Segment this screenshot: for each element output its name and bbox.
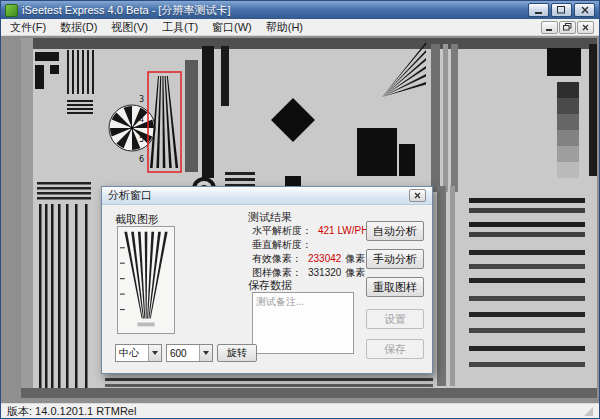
- pattern-pixels-unit: 像素: [345, 267, 365, 278]
- mdi-close-button[interactable]: [577, 21, 594, 34]
- horizontal-resolution-label: 水平解析度：: [252, 225, 312, 236]
- auto-analyze-button[interactable]: 自动分析: [366, 221, 424, 241]
- maximize-button[interactable]: [551, 3, 572, 17]
- close-button[interactable]: [574, 3, 595, 17]
- chart-gray-bar: [185, 60, 198, 172]
- mdi-close-icon: [582, 24, 589, 31]
- mdi-restore-button[interactable]: [559, 21, 576, 34]
- mdi-window-controls: [541, 21, 597, 34]
- minimize-icon: [535, 6, 543, 14]
- result-row-effective: 有效像素：233042像素: [252, 252, 365, 266]
- chart-black-bar: [202, 46, 214, 178]
- menu-help[interactable]: 帮助(H): [259, 19, 310, 36]
- pattern-pixels-label: 图样像素：: [252, 267, 302, 278]
- captured-graphic-label: 截取图形: [115, 212, 159, 227]
- app-window: iSeetest Express 4.0 Beta - [分辨率测试卡] 文件(…: [0, 0, 600, 419]
- results-header: 测试结果: [248, 210, 292, 225]
- dialog-close-icon: [414, 192, 421, 199]
- menu-window[interactable]: 窗口(W): [205, 19, 259, 36]
- menu-view[interactable]: 视图(V): [104, 19, 155, 36]
- size-select-value: 600: [167, 345, 199, 361]
- menu-bar: 文件(F) 数据(D) 视图(V) 工具(T) 窗口(W) 帮助(H): [1, 19, 599, 36]
- minimize-button[interactable]: [528, 3, 549, 17]
- chevron-down-icon: [203, 351, 209, 355]
- position-select-value: 中心: [116, 345, 148, 361]
- save-data-header: 保存数据: [248, 278, 292, 293]
- mdi-minimize-icon: [546, 24, 553, 31]
- position-select-arrow[interactable]: [148, 345, 161, 361]
- settings-button[interactable]: 设置: [366, 309, 424, 329]
- menu-tools[interactable]: 工具(T): [155, 19, 205, 36]
- effective-pixels-unit: 像素: [345, 253, 365, 264]
- dialog-title-bar[interactable]: 分析窗口: [102, 187, 432, 205]
- captured-wedge-preview: [117, 226, 175, 334]
- effective-pixels-label: 有效像素：: [252, 253, 302, 264]
- effective-pixels-value: 233042: [308, 253, 341, 264]
- vertical-resolution-label: 垂直解析度：: [252, 239, 312, 250]
- gray-step-scale: [557, 82, 579, 178]
- chevron-down-icon: [152, 351, 158, 355]
- svg-text:6: 6: [139, 155, 144, 164]
- chart-horizontal-bars-mid: [225, 172, 255, 187]
- window-title: iSeetest Express 4.0 Beta - [分辨率测试卡]: [22, 3, 528, 18]
- dialog-title: 分析窗口: [108, 188, 152, 203]
- app-icon: [5, 4, 18, 17]
- menu-data[interactable]: 数据(D): [53, 19, 104, 36]
- document-area: 3 4 5 6: [1, 36, 599, 403]
- rotate-button[interactable]: 旋转: [217, 344, 257, 362]
- size-select[interactable]: 600: [166, 344, 213, 362]
- analysis-dialog: 分析窗口 截取图形: [101, 186, 433, 374]
- size-select-arrow[interactable]: [199, 345, 212, 361]
- status-bar: 版本: 14.0.1201.1 RTMRel: [1, 403, 599, 418]
- save-button[interactable]: 保存: [366, 339, 424, 359]
- dialog-close-button[interactable]: [409, 189, 426, 202]
- close-icon: [581, 6, 589, 14]
- chart-right-strips: [431, 44, 458, 192]
- mdi-minimize-button[interactable]: [541, 21, 558, 34]
- maximize-icon: [557, 6, 566, 14]
- menu-file[interactable]: 文件(F): [3, 19, 53, 36]
- svg-text:5: 5: [139, 135, 144, 144]
- svg-text:4: 4: [139, 115, 144, 124]
- resize-grip[interactable]: [584, 407, 593, 416]
- pattern-pixels-value: 331320: [308, 267, 341, 278]
- captured-wedge-image: [118, 227, 174, 333]
- mdi-restore-icon: [563, 23, 572, 31]
- note-textarea[interactable]: [252, 292, 354, 354]
- version-text: 版本: 14.0.1201.1 RTMRel: [7, 404, 136, 419]
- manual-analyze-button[interactable]: 手动分析: [366, 249, 424, 269]
- svg-text:3: 3: [139, 95, 144, 104]
- result-row-vertical: 垂直解析度：: [252, 238, 312, 252]
- title-bar[interactable]: iSeetest Express 4.0 Beta - [分辨率测试卡]: [1, 1, 599, 19]
- recapture-button[interactable]: 重取图样: [366, 277, 424, 297]
- position-select[interactable]: 中心: [115, 344, 162, 362]
